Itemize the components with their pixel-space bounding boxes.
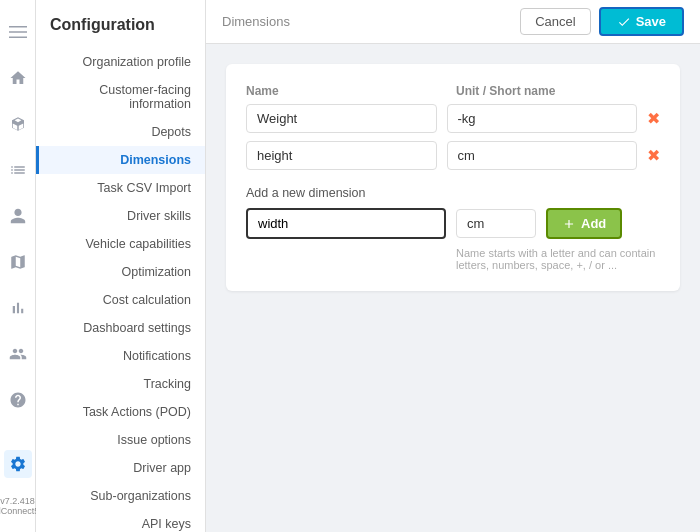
svg-rect-1 xyxy=(9,31,27,33)
content-area: Name Unit / Short name ✖ ✖ Add a new dim… xyxy=(206,44,700,532)
sidebar-item-organization-profile[interactable]: Organization profile xyxy=(36,48,205,76)
dim-name-input-0[interactable] xyxy=(246,104,437,133)
sidebar-title: Configuration xyxy=(36,16,205,48)
add-section: Add a new dimension Add Name starts with… xyxy=(246,186,660,271)
sidebar-item-driver-app[interactable]: Driver app xyxy=(36,454,205,482)
menu-icon[interactable] xyxy=(4,18,32,46)
topbar-actions: Cancel Save xyxy=(520,7,684,36)
map-icon[interactable] xyxy=(4,248,32,276)
col-name-header: Name xyxy=(246,84,446,98)
sidebar-item-cost-calculation[interactable]: Cost calculation xyxy=(36,286,205,314)
sidebar-item-vehicle-capabilities[interactable]: Vehicle capabilities xyxy=(36,230,205,258)
sidebar-item-tracking[interactable]: Tracking xyxy=(36,370,205,398)
dim-unit-input-0[interactable] xyxy=(447,104,638,133)
sidebar-item-optimization[interactable]: Optimization xyxy=(36,258,205,286)
dimension-row: ✖ xyxy=(246,104,660,133)
question-icon[interactable] xyxy=(4,386,32,414)
settings-icon[interactable] xyxy=(4,450,32,478)
sidebar-item-api-keys[interactable]: API keys xyxy=(36,510,205,532)
svg-rect-2 xyxy=(9,37,27,39)
col-unit-header: Unit / Short name xyxy=(456,84,656,98)
list-icon[interactable] xyxy=(4,156,32,184)
sidebar-item-dimensions[interactable]: Dimensions xyxy=(36,146,205,174)
chart-icon[interactable] xyxy=(4,294,32,322)
person-icon[interactable] xyxy=(4,202,32,230)
svg-rect-0 xyxy=(9,26,27,28)
sidebar-item-task-actions-(pod)[interactable]: Task Actions (POD) xyxy=(36,398,205,426)
people-icon[interactable] xyxy=(4,340,32,368)
add-row: Add xyxy=(246,208,660,239)
sidebar-item-sub-organizations[interactable]: Sub-organizations xyxy=(36,482,205,510)
topbar: Dimensions Cancel Save xyxy=(206,0,700,44)
sidebar: Configuration Organization profileCustom… xyxy=(36,0,206,532)
add-section-label: Add a new dimension xyxy=(246,186,660,200)
package-icon[interactable] xyxy=(4,110,32,138)
remove-icon-1[interactable]: ✖ xyxy=(647,146,660,165)
sidebar-item-task-csv-import[interactable]: Task CSV Import xyxy=(36,174,205,202)
dimensions-card: Name Unit / Short name ✖ ✖ Add a new dim… xyxy=(226,64,680,291)
sidebar-item-customer-facing-information[interactable]: Customer-facing information xyxy=(36,76,205,118)
remove-icon-0[interactable]: ✖ xyxy=(647,109,660,128)
topbar-title: Dimensions xyxy=(222,14,290,29)
main-content: Dimensions Cancel Save Name Unit / Short… xyxy=(206,0,700,532)
new-unit-input[interactable] xyxy=(456,209,536,238)
table-header: Name Unit / Short name xyxy=(246,84,660,98)
cancel-button[interactable]: Cancel xyxy=(520,8,590,35)
sidebar-item-notifications[interactable]: Notifications xyxy=(36,342,205,370)
home-icon[interactable] xyxy=(4,64,32,92)
dim-unit-input-1[interactable] xyxy=(447,141,638,170)
dim-name-input-1[interactable] xyxy=(246,141,437,170)
sidebar-item-depots[interactable]: Depots xyxy=(36,118,205,146)
sidebar-item-driver-skills[interactable]: Driver skills xyxy=(36,202,205,230)
add-button[interactable]: Add xyxy=(546,208,622,239)
sidebar-item-issue-options[interactable]: Issue options xyxy=(36,426,205,454)
sidebar-item-dashboard-settings[interactable]: Dashboard settings xyxy=(36,314,205,342)
save-button[interactable]: Save xyxy=(599,7,684,36)
hint-text: Name starts with a letter and can contai… xyxy=(456,247,660,271)
icon-bar: v7.2.418 AllConnect53 xyxy=(0,0,36,532)
new-name-input[interactable] xyxy=(246,208,446,239)
dimension-row: ✖ xyxy=(246,141,660,170)
